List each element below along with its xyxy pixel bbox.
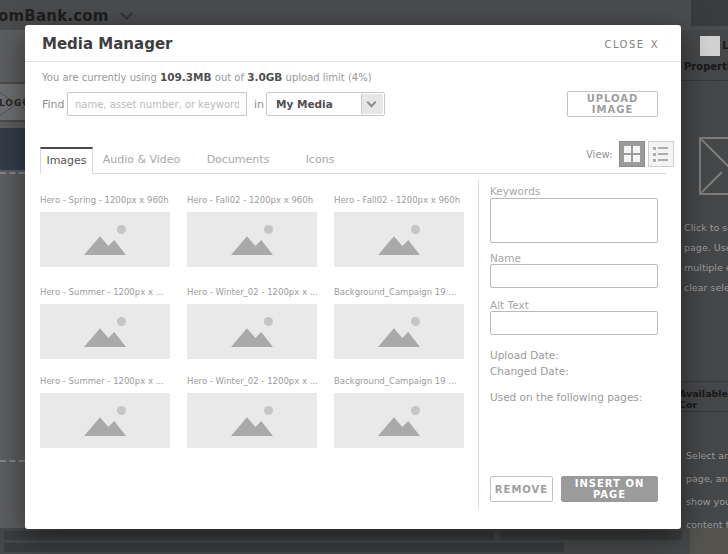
mountain-icon bbox=[378, 323, 420, 347]
name-label: Name bbox=[490, 252, 521, 264]
media-item-label: Background_Campaign 19 ... bbox=[334, 287, 479, 300]
panel-divider bbox=[676, 411, 728, 412]
image-placeholder bbox=[334, 212, 464, 267]
available-content-title: Available Cor bbox=[679, 388, 728, 410]
image-placeholder bbox=[40, 393, 170, 448]
view-toggle-group: View: bbox=[586, 141, 674, 167]
media-item[interactable]: Background_Campaign 19 ... bbox=[334, 287, 479, 359]
media-item-label: Hero - Fall02 - 1200px x 960h bbox=[334, 195, 479, 208]
media-item-label: Hero - Summer - 1200px x ... bbox=[40, 287, 185, 300]
view-label: View: bbox=[586, 149, 613, 160]
upload-usage-text: You are currently using 109.3MB out of 3… bbox=[42, 71, 372, 83]
remove-button[interactable]: REMOVE bbox=[490, 476, 553, 502]
chevron-down-icon[interactable] bbox=[120, 7, 133, 20]
media-source-value: My Media bbox=[276, 98, 333, 110]
footer-bar bbox=[4, 543, 564, 552]
footer-corner bbox=[690, 528, 728, 554]
grid-view-button[interactable] bbox=[619, 141, 645, 167]
mountain-icon bbox=[378, 231, 420, 255]
usage-limit-value: 3.0GB bbox=[247, 71, 282, 83]
selection-dash-top bbox=[0, 172, 25, 174]
alt-text-field[interactable] bbox=[490, 311, 658, 335]
media-manager-dialog: Media Manager CLOSEX You are currently u… bbox=[25, 25, 681, 529]
media-item[interactable]: Hero - Summer - 1200px x ... bbox=[40, 287, 185, 359]
usage-prefix: You are currently using bbox=[42, 72, 160, 83]
media-item-label: Hero - Winter_02 - 1200px x ... bbox=[187, 287, 332, 300]
mountain-icon bbox=[231, 323, 273, 347]
keywords-field[interactable] bbox=[490, 198, 658, 243]
image-placeholder bbox=[187, 393, 317, 448]
close-button[interactable]: CLOSEX bbox=[604, 39, 659, 50]
select-chevron-box bbox=[361, 94, 383, 114]
media-item[interactable]: Background_Campaign 19 ... bbox=[334, 376, 479, 448]
chevron-down-icon bbox=[367, 98, 377, 108]
account-button[interactable] bbox=[700, 36, 720, 56]
tab-audio-video[interactable]: Audio & Video bbox=[93, 148, 190, 173]
media-item-label: Hero - Winter_02 - 1200px x ... bbox=[187, 376, 332, 389]
panel-select-line: Select an bbox=[686, 444, 728, 467]
background-footer bbox=[0, 528, 690, 554]
account-button-label: L bbox=[722, 39, 728, 52]
footer-bar bbox=[500, 531, 682, 540]
panel-hint-line: Click to sele bbox=[684, 218, 728, 238]
sun-icon bbox=[411, 317, 420, 326]
dialog-header: Media Manager CLOSEX bbox=[25, 25, 681, 62]
tab-icons[interactable]: Icons bbox=[286, 148, 354, 173]
footer-bar bbox=[4, 531, 494, 540]
usage-connector: out of bbox=[212, 72, 248, 83]
media-item[interactable]: Hero - Winter_02 - 1200px x ... bbox=[187, 287, 332, 359]
sun-icon bbox=[117, 406, 126, 415]
site-title: omBank.com bbox=[0, 7, 109, 25]
mountain-icon bbox=[84, 231, 126, 255]
grid-view-icon bbox=[624, 146, 640, 162]
dialog-title: Media Manager bbox=[42, 35, 172, 53]
upload-image-button[interactable]: UPLOAD IMAGE bbox=[567, 91, 658, 117]
usage-suffix: upload limit (4%) bbox=[282, 72, 371, 83]
image-placeholder bbox=[187, 304, 317, 359]
envelope-icon bbox=[697, 130, 728, 202]
media-item[interactable]: Hero - Summer - 1200px x ... bbox=[40, 376, 185, 448]
media-item[interactable]: Hero - Fall02 - 1200px x 960h bbox=[334, 195, 479, 267]
panel-select-line: show you bbox=[686, 490, 728, 513]
panel-select-line: page, and bbox=[686, 467, 728, 490]
sun-icon bbox=[411, 406, 420, 415]
name-field[interactable] bbox=[490, 264, 658, 288]
sun-icon bbox=[117, 225, 126, 234]
media-item-label: Hero - Summer - 1200px x ... bbox=[40, 376, 185, 389]
mountain-icon bbox=[378, 412, 420, 436]
alt-text-label: Alt Text bbox=[490, 299, 529, 311]
mountain-icon bbox=[231, 412, 273, 436]
mountain-icon bbox=[84, 323, 126, 347]
mountain-icon bbox=[231, 231, 273, 255]
find-label: Find bbox=[42, 98, 65, 111]
sun-icon bbox=[264, 406, 273, 415]
upload-date-label: Upload Date: bbox=[490, 349, 559, 361]
close-icon: X bbox=[651, 39, 659, 50]
sun-icon bbox=[411, 225, 420, 234]
sun-icon bbox=[264, 317, 273, 326]
panel-hint-line: page. Use Sh bbox=[684, 238, 728, 258]
tab-images[interactable]: Images bbox=[40, 147, 93, 174]
list-view-icon bbox=[653, 147, 668, 162]
sun-icon bbox=[264, 225, 273, 234]
media-item-label: Hero - Spring - 1200px x 960h bbox=[40, 195, 185, 208]
image-placeholder bbox=[187, 212, 317, 267]
image-placeholder bbox=[334, 304, 464, 359]
insert-on-page-button[interactable]: INSERT ON PAGE bbox=[561, 476, 658, 502]
sun-icon bbox=[117, 317, 126, 326]
panel-divider bbox=[676, 80, 728, 81]
close-label: CLOSE bbox=[604, 39, 644, 50]
media-item[interactable]: Hero - Fall02 - 1200px x 960h bbox=[187, 195, 332, 267]
tab-documents[interactable]: Documents bbox=[190, 148, 286, 173]
media-source-select[interactable]: My Media bbox=[266, 92, 385, 116]
media-item[interactable]: Hero - Spring - 1200px x 960h bbox=[40, 195, 185, 267]
search-input[interactable] bbox=[67, 92, 247, 116]
media-item[interactable]: Hero - Winter_02 - 1200px x ... bbox=[187, 376, 332, 448]
tab-properties[interactable]: Properties bbox=[684, 61, 728, 72]
image-placeholder bbox=[40, 212, 170, 267]
panel-divider bbox=[676, 381, 728, 382]
panel-vertical-divider bbox=[478, 180, 479, 510]
topright-box bbox=[691, 0, 728, 26]
selection-dash-bottom bbox=[0, 460, 25, 462]
list-view-button[interactable] bbox=[648, 141, 674, 167]
